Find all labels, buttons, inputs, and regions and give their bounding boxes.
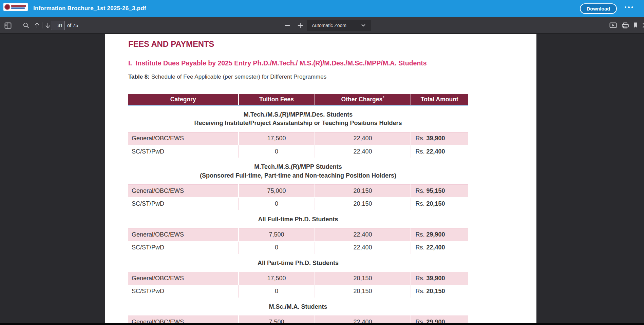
section-title-cell: All Part-time Ph.D. Students xyxy=(128,254,468,272)
document-title: Information Brochure_1st 2025-26_3.pdf xyxy=(33,0,146,17)
other-charges-cell: 20,150 xyxy=(315,285,411,298)
fee-row: SC/ST/PwD022,400Rs. 22,400 xyxy=(128,241,468,254)
presentation-mode-button[interactable] xyxy=(608,20,618,31)
section-heading-text: Institute Dues Payable by 2025 Entry Ph.… xyxy=(136,59,427,67)
fee-row: SC/ST/PwD020,150Rs. 20,150 xyxy=(128,285,468,298)
toolbar-separator xyxy=(42,22,42,28)
page-count-label: of 75 xyxy=(67,17,78,34)
fee-row: SC/ST/PwD020,150Rs. 20,150 xyxy=(128,198,468,210)
zoom-select-value: Automatic Zoom xyxy=(312,23,346,28)
section-title-cell: M.Tech./M.S.(R)/MPP/M.Des. StudentsRecei… xyxy=(128,105,468,133)
download-button[interactable]: Download xyxy=(580,3,617,14)
institute-logo-text xyxy=(11,5,26,9)
category-cell: SC/ST/PwD xyxy=(128,145,239,158)
column-header-other-charges: Other Charges* xyxy=(315,94,411,105)
previous-page-button[interactable] xyxy=(32,20,42,31)
more-options-button[interactable] xyxy=(625,6,633,8)
tuition-fees-cell: 0 xyxy=(239,285,315,298)
fee-table-body: M.Tech./M.S.(R)/MPP/M.Des. StudentsRecei… xyxy=(128,105,468,325)
other-charges-cell: 22,400 xyxy=(315,228,411,241)
section-header-row: M.Tech./M.S.(R)/MPP/M.Des. StudentsRecei… xyxy=(128,105,468,133)
find-button[interactable] xyxy=(21,20,31,31)
category-cell: SC/ST/PwD xyxy=(128,285,239,298)
tuition-fees-cell: 0 xyxy=(239,145,315,158)
fee-table-header-row: CategoryTuition FeesOther Charges*Total … xyxy=(128,94,468,105)
toolbar-separator xyxy=(294,22,294,28)
page-number-input[interactable] xyxy=(51,21,65,30)
total-amount-cell: Rs. 22,400 xyxy=(411,241,468,254)
zoom-out-button[interactable] xyxy=(282,20,292,31)
toggle-sidebar-button[interactable] xyxy=(3,20,13,31)
total-amount-cell: Rs. 95,150 xyxy=(411,185,468,198)
topbar: Information Brochure_1st 2025-26_3.pdf D… xyxy=(0,0,644,17)
viewer-area: FEES AND PAYMENTS I.Institute Dues Payab… xyxy=(0,34,644,325)
category-cell: General/OBC/EWS xyxy=(128,272,239,285)
category-cell: SC/ST/PwD xyxy=(128,198,239,210)
tuition-fees-cell: 0 xyxy=(239,241,315,254)
zoom-select[interactable]: Automatic Zoom xyxy=(307,20,371,31)
expand-tools-button[interactable] xyxy=(639,20,644,31)
total-amount-cell: Rs. 39,900 xyxy=(411,132,468,145)
section-title-cell: M.Tech./M.S.(R)/MPP Students(Sponsored F… xyxy=(128,158,468,185)
category-cell: General/OBC/EWS xyxy=(128,185,239,198)
other-charges-cell: 22,400 xyxy=(315,145,411,158)
other-charges-cell: 20,150 xyxy=(315,198,411,210)
total-amount-cell: Rs. 20,150 xyxy=(411,198,468,210)
category-cell: General/OBC/EWS xyxy=(128,132,239,145)
institute-logo xyxy=(3,3,28,11)
fee-row: SC/ST/PwD022,400Rs. 22,400 xyxy=(128,145,468,158)
other-charges-cell: 20,150 xyxy=(315,272,411,285)
column-header-category: Category xyxy=(128,94,239,105)
section-header-row: All Full-time Ph.D. Students xyxy=(128,210,468,228)
category-cell: General/OBC/EWS xyxy=(128,228,239,241)
other-charges-cell: 20,150 xyxy=(315,185,411,198)
table-caption-label: Table 8: xyxy=(128,74,150,80)
fee-row: General/OBC/EWS75,00020,150Rs. 95,150 xyxy=(128,185,468,198)
institute-emblem-icon xyxy=(4,4,10,10)
section-heading: I.Institute Dues Payable by 2025 Entry P… xyxy=(128,59,536,67)
section-title-cell: All Full-time Ph.D. Students xyxy=(128,210,468,228)
bottom-edge-bar xyxy=(0,323,644,325)
table-caption: Table 8: Schedule of Fee Applicable (per… xyxy=(128,74,536,80)
tuition-fees-cell: 0 xyxy=(239,198,315,210)
page-title: FEES AND PAYMENTS xyxy=(128,39,536,49)
section-title-cell: M.Sc./M.A. Students xyxy=(128,298,468,316)
category-cell: SC/ST/PwD xyxy=(128,241,239,254)
fee-row: General/OBC/EWS7,50022,400Rs. 29,900 xyxy=(128,228,468,241)
tuition-fees-cell: 75,000 xyxy=(239,185,315,198)
tuition-fees-cell: 7,500 xyxy=(239,228,315,241)
pdf-page: FEES AND PAYMENTS I.Institute Dues Payab… xyxy=(105,34,536,325)
total-amount-cell: Rs. 29,900 xyxy=(411,228,468,241)
section-header-row: M.Sc./M.A. Students xyxy=(128,298,468,316)
fee-row: General/OBC/EWS17,50022,400Rs. 39,900 xyxy=(128,132,468,145)
tuition-fees-cell: 17,500 xyxy=(239,272,315,285)
other-charges-cell: 22,400 xyxy=(315,132,411,145)
print-button[interactable] xyxy=(620,20,630,31)
pdf-toolbar: of 75 Automatic Zoom xyxy=(0,17,644,34)
pdf-viewer-window: Information Brochure_1st 2025-26_3.pdf D… xyxy=(0,0,644,325)
other-charges-cell: 22,400 xyxy=(315,241,411,254)
total-amount-cell: Rs. 39,900 xyxy=(411,272,468,285)
footnote-marker: * xyxy=(383,96,384,100)
column-header-tuition-fees: Tuition Fees xyxy=(239,94,315,105)
fee-table: CategoryTuition FeesOther Charges*Total … xyxy=(128,94,468,325)
section-number: I. xyxy=(128,59,132,67)
zoom-in-button[interactable] xyxy=(295,20,305,31)
total-amount-cell: Rs. 22,400 xyxy=(411,145,468,158)
fee-row: General/OBC/EWS17,50020,150Rs. 39,900 xyxy=(128,272,468,285)
section-header-row: M.Tech./M.S.(R)/MPP Students(Sponsored F… xyxy=(128,158,468,185)
section-header-row: All Part-time Ph.D. Students xyxy=(128,254,468,272)
column-header-total-amount: Total Amount xyxy=(411,94,468,105)
table-caption-text: Schedule of Fee Applicable (per semester… xyxy=(150,74,326,80)
tuition-fees-cell: 17,500 xyxy=(239,132,315,145)
total-amount-cell: Rs. 20,150 xyxy=(411,285,468,298)
